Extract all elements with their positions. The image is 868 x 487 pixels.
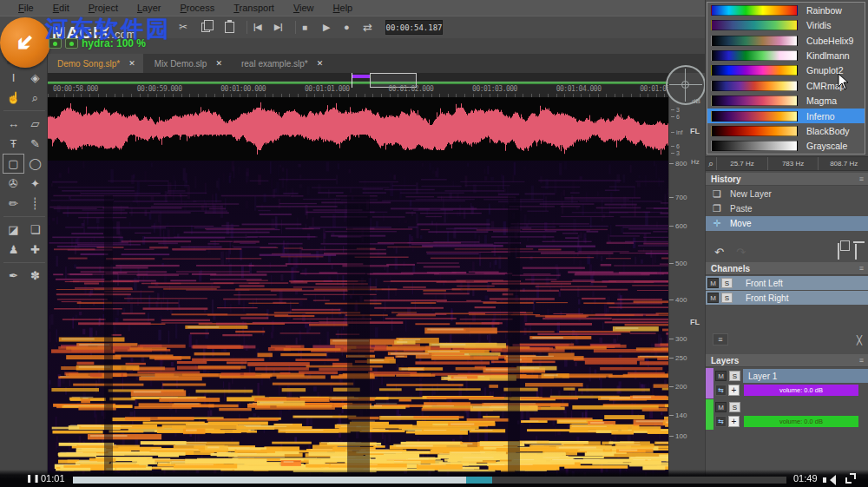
tool-separator: [3, 110, 45, 111]
fullscreen-icon[interactable]: [845, 473, 856, 484]
mute-button[interactable]: M: [707, 278, 719, 288]
colormap-item-kindlmann[interactable]: Kindlmann: [707, 48, 865, 63]
time-ruler[interactable]: 00:00:58.00000:00:59.00000:01:00.00000:0…: [48, 73, 668, 97]
colormap-item-rainbow[interactable]: Rainbow: [707, 3, 865, 17]
panel-menu-icon[interactable]: ≡: [859, 356, 864, 365]
progress-track[interactable]: [73, 477, 786, 484]
magnifier-icon[interactable]: ⌕: [706, 158, 716, 169]
spray-tool[interactable]: ✽: [25, 267, 45, 285]
channel-front-right[interactable]: MSFront Right: [706, 291, 868, 305]
go-to-start-icon[interactable]: |◀: [253, 19, 261, 35]
pencil-tool[interactable]: ✏: [3, 194, 23, 213]
tab-close-icon[interactable]: ✕: [317, 59, 324, 68]
volume-bar[interactable]: volume: 0.0 dB: [744, 385, 858, 396]
trash-icon[interactable]: [855, 244, 857, 260]
speaker-icon[interactable]: [823, 475, 835, 485]
hydra-overlay: hydra: 100 %: [49, 37, 146, 49]
go-to-end-icon[interactable]: ▶|: [274, 19, 282, 35]
colormap-item-magma[interactable]: Magma: [707, 93, 865, 108]
panel-menu-icon[interactable]: ≡: [859, 174, 864, 183]
solo-button[interactable]: S: [721, 293, 733, 303]
lasso-tool[interactable]: ✇: [3, 174, 23, 193]
dotted-line-tool[interactable]: ┊: [25, 194, 45, 213]
pan-tool[interactable]: ☝: [3, 89, 23, 107]
record-icon[interactable]: ●: [344, 19, 350, 35]
channel-list-button[interactable]: ≡: [713, 333, 728, 346]
layer-item-2[interactable]: MS⇆+volume: 0.0 dB: [706, 399, 868, 430]
ellipse-select-tool[interactable]: ◯: [25, 155, 45, 173]
colormap-item-blackbody[interactable]: BlackBody: [707, 123, 865, 138]
history-item-new-layer[interactable]: ❏New Layer: [706, 187, 868, 201]
spectrogram-canvas[interactable]: [48, 161, 668, 479]
solo-button[interactable]: S: [729, 402, 740, 412]
phase-icon[interactable]: ⇆: [715, 385, 727, 396]
add-button[interactable]: +: [728, 416, 740, 427]
3d-view-tool[interactable]: ◈: [25, 69, 45, 87]
undo-icon[interactable]: ↶: [714, 246, 724, 259]
duplicate-state-icon[interactable]: [838, 244, 839, 260]
history-item-paste[interactable]: ❐Paste: [706, 201, 868, 216]
menu-item-file[interactable]: File: [9, 0, 43, 16]
rect-select-tool[interactable]: ▢: [3, 155, 23, 173]
jog-wheel[interactable]: [666, 65, 706, 105]
tab-mix-demo-slp[interactable]: Mix Demo.slp✕: [145, 54, 230, 73]
add-button[interactable]: +: [728, 385, 740, 396]
text-tool[interactable]: Ŧ: [3, 135, 23, 153]
panel-menu-icon[interactable]: ≡: [859, 264, 864, 273]
zoom-tool[interactable]: ⌕: [25, 89, 45, 107]
mute-all-icon[interactable]: ╳: [857, 335, 862, 345]
solo-button[interactable]: S: [729, 371, 740, 381]
colormap-swatch: [711, 81, 798, 91]
toolbar-separator: [247, 21, 247, 34]
colormap-item-viridis[interactable]: Viridis: [707, 17, 865, 32]
mute-button[interactable]: M: [707, 293, 719, 303]
tick-mark: [671, 146, 674, 147]
transform-tool[interactable]: ▱: [25, 115, 45, 133]
loop-icon[interactable]: ⇄: [363, 19, 372, 35]
mute-button[interactable]: M: [715, 371, 727, 381]
colormap-item-cubehelix9[interactable]: CubeHelix9: [707, 33, 865, 48]
wave-canvas[interactable]: [48, 97, 668, 161]
mute-button[interactable]: M: [715, 402, 727, 412]
pages-glyph: [838, 243, 839, 260]
history-item-move[interactable]: ✛Move: [706, 216, 868, 231]
menu-item-process[interactable]: Process: [171, 0, 225, 16]
cut-icon[interactable]: ✂: [179, 19, 187, 35]
freq-tick: 100: [669, 432, 687, 440]
colormap-item-inferno[interactable]: Inferno: [707, 109, 865, 123]
tab-close-icon[interactable]: ✕: [215, 59, 222, 68]
menu-item-help[interactable]: Help: [324, 0, 363, 16]
brush-tool[interactable]: ❏: [25, 220, 45, 239]
redo-icon[interactable]: ↷: [736, 246, 746, 259]
time-display[interactable]: 00:00:54.187: [385, 20, 443, 35]
heal-tool[interactable]: ✚: [25, 240, 45, 259]
colormap-item-grayscale[interactable]: Grayscale: [707, 139, 865, 154]
solo-button[interactable]: S: [721, 278, 733, 288]
menu-item-transport[interactable]: Transport: [224, 0, 284, 16]
scalpel-tool[interactable]: ✒: [3, 267, 23, 285]
wand-tool[interactable]: ✦: [25, 174, 45, 193]
time-selection-tool[interactable]: I: [3, 69, 23, 87]
stop-icon[interactable]: ■: [302, 19, 307, 35]
ruler-tick-label: 00:01:04.000: [549, 85, 608, 93]
volume-bar[interactable]: volume: 0.0 dB: [744, 416, 858, 427]
stamp-tool[interactable]: ♟: [3, 240, 23, 259]
move-tool[interactable]: ↔: [3, 115, 23, 133]
layer-item-1[interactable]: MSLayer 1⇆+volume: 0.0 dB: [706, 368, 868, 398]
tab-real-example-slp[interactable]: real example.slp*✕: [232, 54, 331, 73]
menu-item-view[interactable]: View: [284, 0, 324, 16]
phase-icon[interactable]: ⇆: [715, 416, 727, 427]
paste-icon[interactable]: [225, 19, 234, 35]
pen-tool[interactable]: ✎: [25, 135, 45, 153]
pause-button[interactable]: ❚❚: [26, 474, 41, 483]
loop-region-bar[interactable]: [48, 82, 668, 84]
copy-icon[interactable]: [201, 19, 210, 35]
play-icon[interactable]: ▶: [323, 19, 330, 35]
tab-demo-song-slp[interactable]: Demo Song.slp*✕: [48, 54, 143, 73]
history-panel-header: History ≡: [706, 173, 868, 186]
mouse-cursor: [838, 73, 850, 90]
eraser-tool[interactable]: ◪: [3, 220, 23, 239]
tab-close-icon[interactable]: ✕: [128, 59, 135, 68]
freq-tick: 200: [669, 383, 687, 391]
channel-front-left[interactable]: MSFront Left: [706, 276, 868, 290]
